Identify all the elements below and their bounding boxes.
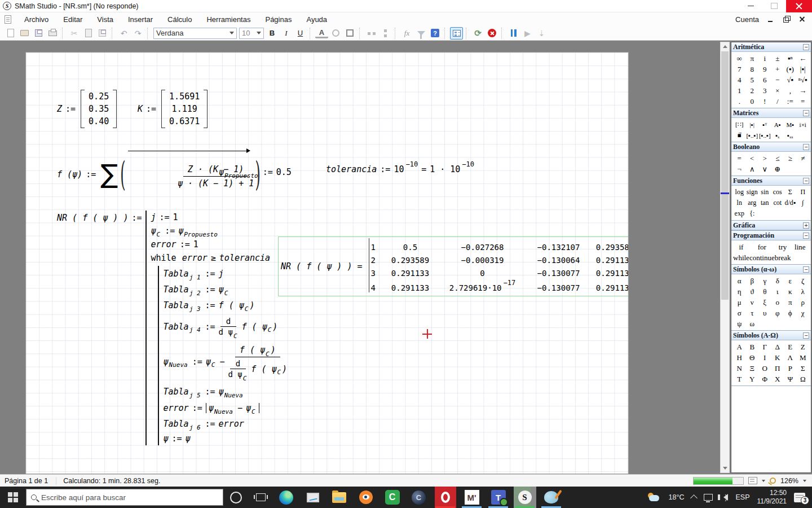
palette-button[interactable]: Σ [784,187,797,198]
child-minimize-button[interactable] [767,16,775,23]
palette-button[interactable]: 1 [733,85,746,96]
palette-button[interactable]: 2 [746,85,759,96]
palette-button[interactable]: ζ [797,275,810,286]
palette-button[interactable]: ∧ [746,164,759,174]
undo-button[interactable]: ↶ [117,27,130,40]
palette-button[interactable]: Υ [746,374,759,384]
palette-button[interactable]: break [775,252,791,263]
palette-button[interactable]: φ [771,308,784,318]
pause-button[interactable] [507,27,520,40]
palette-button[interactable]: η [733,286,746,297]
palette-button[interactable]: ξ [758,297,771,308]
palette-header[interactable]: Aritmética− [731,42,811,52]
border-button[interactable] [343,27,356,40]
copy-button[interactable] [82,27,95,40]
collapse-toggle-icon[interactable]: − [803,110,809,116]
taskbar-file-explorer-button[interactable] [326,487,352,508]
palette-button[interactable]: ϑ [746,286,759,297]
palette-button[interactable]: β [746,275,759,286]
task-view-button[interactable] [248,487,273,508]
palette-button[interactable]: ε [784,275,797,286]
palette-button[interactable]: < [746,153,759,164]
palette-button[interactable]: θ [758,286,771,297]
nr-function-definition[interactable]: NR ( f ( ψ ) ) := j:=1 ψC:=ψPropuesto er… [57,211,287,445]
palette-button[interactable]: for [749,242,775,252]
expand-toggle-icon[interactable]: + [803,222,809,229]
palette-header[interactable]: Funciones− [731,176,811,186]
notification-center-icon[interactable]: 3 [794,493,805,502]
menu-item[interactable]: Cálculo [160,14,199,25]
italic-button[interactable]: I [280,27,293,40]
palette-header[interactable]: Programación− [731,231,811,240]
palette-button[interactable]: Ε [784,341,797,352]
palette-button[interactable]: ο [771,297,784,308]
tolerancia-definition[interactable]: tolerancia := 10 −10 = 1 · 10 −10 [326,164,474,174]
menu-item[interactable]: Ayuda [299,14,334,25]
collapse-toggle-icon[interactable]: − [803,332,809,339]
stop-calculation-button[interactable] [486,27,498,40]
palette-button[interactable]: {: [746,208,759,219]
palette-button[interactable]: Δ [771,341,784,352]
palette-button[interactable]: ι [771,286,784,297]
palette-button[interactable]: := [784,96,797,107]
account-menu[interactable]: Cuenta [735,15,759,24]
palette-button[interactable]: Π [797,187,810,198]
palette-button[interactable]: Ξ [746,363,759,374]
palette-button[interactable]: ≤ [771,153,784,164]
palette-button[interactable]: ω [746,318,759,329]
menu-item[interactable]: Páginas [258,14,299,25]
palette-button[interactable]: ▪ᵀ [758,119,771,130]
collapse-toggle-icon[interactable]: − [803,44,809,50]
palette-header[interactable]: Símbolos (A-Ω)− [731,331,811,340]
taskbar-mendeley-button[interactable]: M' [458,487,485,508]
palette-button[interactable]: Ω [797,374,810,384]
palette-header[interactable]: Matrices− [731,108,811,118]
palette-button[interactable]: ▪ₓ [771,130,784,141]
palette-button[interactable]: ∞ [733,53,746,64]
palette-button[interactable]: ⁿ√▪ [797,75,810,85]
minimize-button[interactable] [739,0,762,12]
menu-item[interactable]: Insertar [121,14,160,25]
close-button[interactable] [786,0,812,12]
palette-button[interactable]: τ [746,308,759,318]
child-close-button[interactable] [798,16,806,23]
taskbar-cinema4d-button[interactable]: C [405,487,432,508]
taskbar-paint3d-button[interactable] [538,487,564,508]
language-indicator[interactable]: ESP [735,493,749,501]
recalculate-button[interactable]: ⟳ [471,27,484,40]
palette-button[interactable]: × [771,85,784,96]
palette-button[interactable]: 7 [733,64,746,75]
network-icon[interactable] [704,494,713,501]
redo-button[interactable]: ↷ [131,27,144,40]
palette-button[interactable]: ln [733,198,746,208]
scroll-up-button[interactable] [721,42,729,51]
palette-button[interactable]: ≥ [784,153,797,164]
palette-button[interactable]: 5 [746,75,759,85]
palette-button[interactable]: while [733,252,749,263]
vertical-scrollbar[interactable] [720,42,730,473]
palette-button[interactable]: σ [733,308,746,318]
menu-item[interactable]: Editar [56,14,90,25]
chevron-down-icon[interactable] [803,480,806,482]
vertical-spacing-button[interactable] [379,27,392,40]
new-button[interactable] [4,27,17,40]
taskbar-camtasia-button[interactable]: C [379,487,405,508]
palette-button[interactable]: Ο [758,363,771,374]
start-button[interactable] [0,487,26,508]
palette-button[interactable]: υ [758,308,771,318]
underline-button[interactable]: U [294,27,307,40]
play-button[interactable]: ▶ [521,27,534,40]
menu-item[interactable]: Herramientas [199,14,258,25]
cut-button[interactable]: ✂ [68,27,81,40]
z-definition[interactable]: Z := 0.250.350.40 [57,90,118,128]
palette-button[interactable]: ∫ [797,198,810,208]
palette-button[interactable]: cos [771,187,784,198]
palette-button[interactable]: ± [771,53,784,64]
palette-button[interactable]: Μ [797,352,810,363]
palette-button[interactable]: Γ [758,341,771,352]
palette-button[interactable]: ¬ [733,164,746,174]
palette-button[interactable]: Ψ [784,374,797,384]
palette-button[interactable]: A▪ [771,119,784,130]
print-button[interactable] [46,27,59,40]
background-color-button[interactable] [329,27,342,40]
